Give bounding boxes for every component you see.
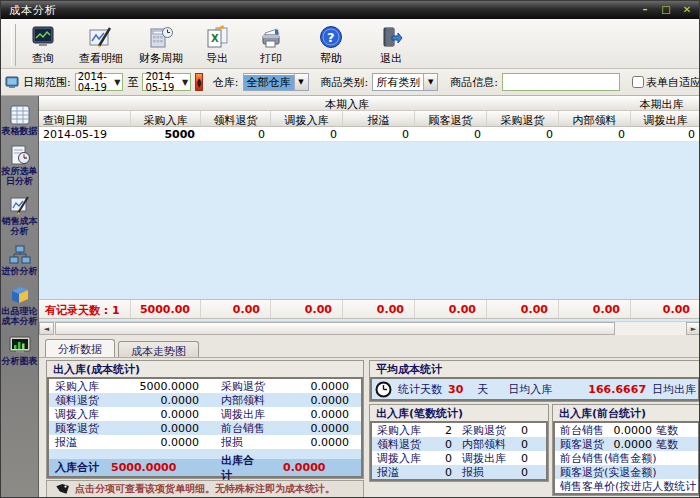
category-value: 所有类别 xyxy=(373,75,423,90)
count-row-label[interactable]: 报损 xyxy=(452,465,504,479)
cost-row[interactable]: 领料退货0.0000 内部领料0.0000 xyxy=(49,393,361,407)
column-header[interactable]: 报溢 xyxy=(343,111,415,126)
cell-overflow: 0 xyxy=(343,127,415,141)
form-autofit-checkbox[interactable] xyxy=(632,76,644,88)
sidebar: 表格数据 按所选单日分析 销售成本分析 进价分析 出品理论成本分析 xyxy=(1,96,39,498)
sidebar-item-day-analysis[interactable]: 按所选单日分析 xyxy=(1,144,38,186)
front-row[interactable]: 顾客退货 0.0000 笔数 xyxy=(555,437,698,451)
front-row-label[interactable]: 顾客退货(实退金额) xyxy=(555,465,657,479)
date-spinner-button[interactable]: ▲▼ xyxy=(195,73,203,91)
cost-row[interactable]: 报溢0.0000 报损0.0000 xyxy=(49,435,361,449)
summary-value: 0.00 xyxy=(415,300,487,318)
export-excel-icon: X xyxy=(203,24,231,50)
exit-button[interactable]: 退出 xyxy=(368,22,414,68)
count-row[interactable]: 调拨入库0 调拨出库0 xyxy=(372,451,546,465)
count-row-label[interactable]: 调拨出库 xyxy=(452,451,504,465)
column-header[interactable]: 调拨出库 xyxy=(631,111,700,126)
summary-days-label: 有记录天数 : 1 xyxy=(39,300,131,318)
count-row-value: 0 xyxy=(504,424,528,437)
front-row[interactable]: 前台销售 0.0000 笔数 xyxy=(555,423,698,437)
count-row[interactable]: 领料退货0 内部领料0 xyxy=(372,437,546,451)
front-row-label[interactable]: 前台销售 xyxy=(555,423,604,437)
cost-row[interactable]: 调拨入库0.0000 调拨出库0.0000 xyxy=(49,407,361,421)
front-row-label[interactable]: 顾客退货 xyxy=(555,437,604,451)
front-row[interactable]: 前台销售(销售金额) xyxy=(555,451,698,465)
front-row[interactable]: 顾客退货(实退金额) xyxy=(555,465,698,479)
cost-row-label[interactable]: 顾客退货 xyxy=(49,421,107,435)
finance-period-button[interactable]: 财务周期 xyxy=(134,22,188,68)
column-header[interactable]: 领料退货 xyxy=(201,111,271,126)
cost-table: 本期入库 本期出库 查询日期 采购入库 领料退货 调拨入库 报溢 顾客退货 采购… xyxy=(39,96,700,335)
count-row-label[interactable]: 内部领料 xyxy=(452,437,504,451)
front-row-label[interactable]: 前台销售(销售金额) xyxy=(555,451,657,465)
tab-cost-trend[interactable]: 成本走势图 xyxy=(118,341,199,357)
cost-row-label[interactable]: 调拨入库 xyxy=(49,407,107,421)
warehouse-select[interactable]: 全部仓库 ▼ xyxy=(243,73,309,91)
product-info-input[interactable] xyxy=(502,73,620,91)
cost-row-label[interactable]: 报损 xyxy=(199,435,269,449)
sidebar-item-price-analysis[interactable]: 进价分析 xyxy=(1,244,38,276)
sidebar-item-label: 按所选单日分析 xyxy=(1,166,39,186)
table-row[interactable]: 2014-05-19 5000 0 0 0 0 0 0 0 xyxy=(39,127,700,142)
sidebar-item-table-data[interactable]: 表格数据 xyxy=(1,104,38,136)
front-row-label[interactable]: 销售客单价(按进店人数统计 xyxy=(555,479,696,493)
analysis-panels: 出入库(成本统计) 采购入库5000.0000 采购退货0.0000 领料退货0… xyxy=(39,357,700,498)
count-row-label[interactable]: 领料退货 xyxy=(372,437,424,451)
chevron-down-icon: ▼ xyxy=(294,74,308,90)
cost-row-label[interactable]: 前台销售 xyxy=(199,421,269,435)
close-button[interactable]: ✕ xyxy=(681,3,693,17)
column-header[interactable]: 查询日期 xyxy=(39,111,131,126)
date-from-picker[interactable]: 2014-04-19 ▼ xyxy=(75,73,124,91)
cost-row-label[interactable]: 采购退货 xyxy=(199,379,269,393)
cost-row-value: 0.0000 xyxy=(269,408,349,421)
daily-in-label: 日均入库 xyxy=(508,382,552,397)
scroll-right-arrow-icon[interactable]: ► xyxy=(686,322,700,335)
sidebar-item-analysis-chart[interactable]: 分析图表 xyxy=(1,334,38,366)
day-analysis-icon xyxy=(8,144,32,166)
view-detail-button[interactable]: 查看明细 xyxy=(74,22,128,68)
date-to-label: 至 xyxy=(127,75,138,90)
maximize-button[interactable]: □ xyxy=(660,3,672,17)
count-row-label[interactable]: 采购入库 xyxy=(372,423,424,437)
date-to-picker[interactable]: 2014-05-19 ▼ xyxy=(142,73,191,91)
cost-row[interactable]: 采购入库5000.0000 采购退货0.0000 xyxy=(49,379,361,393)
scrollbar-thumb[interactable] xyxy=(55,322,615,335)
column-header[interactable]: 采购退货 xyxy=(487,111,559,126)
count-row[interactable]: 采购入库2 采购退货0 xyxy=(372,423,546,437)
table-group-header: 本期入库 本期出库 xyxy=(39,96,700,111)
count-row[interactable]: 报溢0 报损0 xyxy=(372,465,546,479)
cell-purchase-return: 0 xyxy=(487,127,559,141)
help-icon: ? xyxy=(318,24,344,50)
count-row-label[interactable]: 报溢 xyxy=(372,465,424,479)
count-row-value: 0 xyxy=(424,466,452,479)
query-button[interactable]: 查询 xyxy=(20,22,66,68)
count-row-label[interactable]: 采购退货 xyxy=(452,423,504,437)
cost-row-label[interactable]: 领料退货 xyxy=(49,393,107,407)
help-button[interactable]: ? 帮助 xyxy=(308,22,354,68)
cost-row-label[interactable]: 调拨出库 xyxy=(199,407,269,421)
minimize-button[interactable]: – xyxy=(639,3,651,17)
finance-period-button-label: 财务周期 xyxy=(139,51,183,66)
front-row[interactable]: 销售客单价(按进店人数统计 xyxy=(555,479,698,493)
sidebar-item-sales-cost[interactable]: 销售成本分析 xyxy=(1,194,38,236)
theory-cost-icon xyxy=(8,284,32,306)
scroll-left-arrow-icon[interactable]: ◄ xyxy=(39,322,54,335)
export-button[interactable]: X 导出 xyxy=(194,22,240,68)
category-select[interactable]: 所有类别 ▼ xyxy=(372,73,438,91)
table-data-icon xyxy=(8,104,32,126)
cost-row-label[interactable]: 内部领料 xyxy=(199,393,269,407)
column-header[interactable]: 顾客退货 xyxy=(415,111,487,126)
print-button[interactable]: 打印 xyxy=(248,22,294,68)
column-header[interactable]: 内部领料 xyxy=(559,111,631,126)
cost-row[interactable]: 顾客退货0.0000 前台销售0.0000 xyxy=(49,421,361,435)
cost-row-label[interactable]: 采购入库 xyxy=(49,379,107,393)
count-row-label[interactable]: 调拨入库 xyxy=(372,451,424,465)
column-header[interactable]: 调拨入库 xyxy=(271,111,343,126)
tab-analysis-data[interactable]: 分析数据 xyxy=(45,339,115,357)
column-header[interactable]: 采购入库 xyxy=(131,111,201,126)
table-summary-row: 有记录天数 : 1 5000.00 0.00 0.00 0.00 0.00 0.… xyxy=(39,299,700,319)
cost-row-label[interactable]: 报溢 xyxy=(49,435,107,449)
sidebar-item-theory-cost[interactable]: 出品理论成本分析 xyxy=(1,284,38,326)
horizontal-scrollbar[interactable]: ◄ ► xyxy=(39,321,700,335)
total-in-label: 入库合计 xyxy=(49,460,111,475)
